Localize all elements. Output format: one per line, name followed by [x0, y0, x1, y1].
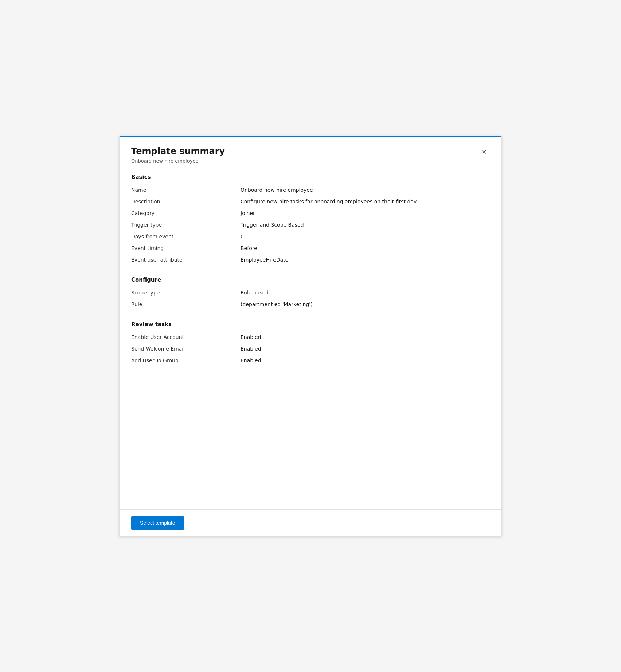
- field-row-rule: Rule (department eq 'Marketing'): [131, 299, 490, 311]
- field-row-event-user-attribute: Event user attribute EmployeeHireDate: [131, 255, 490, 266]
- field-value-event-user-attribute: EmployeeHireDate: [241, 257, 288, 263]
- basics-section-title: Basics: [131, 174, 490, 180]
- panel-subtitle: Onboard new hire employee: [131, 158, 225, 164]
- close-button[interactable]: ✕: [478, 146, 490, 158]
- field-value-add-user-to-group: Enabled: [241, 358, 261, 363]
- panel-header: Template summary Onboard new hire employ…: [120, 137, 501, 168]
- field-label-add-user-to-group: Add User To Group: [131, 358, 241, 363]
- field-label-send-welcome-email: Send Welcome Email: [131, 346, 241, 352]
- field-label-trigger-type: Trigger type: [131, 222, 241, 228]
- panel-footer: Select template: [120, 509, 501, 536]
- field-label-event-user-attribute: Event user attribute: [131, 257, 241, 263]
- select-template-button[interactable]: Select template: [131, 516, 184, 530]
- template-summary-panel: Template summary Onboard new hire employ…: [119, 136, 502, 536]
- field-row-add-user-to-group: Add User To Group Enabled: [131, 355, 490, 367]
- header-text-group: Template summary Onboard new hire employ…: [131, 146, 225, 164]
- field-row-event-timing: Event timing Before: [131, 243, 490, 255]
- field-value-send-welcome-email: Enabled: [241, 346, 261, 352]
- field-row-description: Description Configure new hire tasks for…: [131, 196, 490, 208]
- field-value-rule: (department eq 'Marketing'): [241, 301, 313, 307]
- configure-section: Configure Scope type Rule based Rule (de…: [131, 277, 490, 311]
- review-tasks-section: Review tasks Enable User Account Enabled…: [131, 321, 490, 367]
- field-label-scope-type: Scope type: [131, 290, 241, 296]
- field-label-category: Category: [131, 210, 241, 216]
- field-label-description: Description: [131, 199, 241, 204]
- field-row-trigger-type: Trigger type Trigger and Scope Based: [131, 220, 490, 231]
- field-value-category: Joiner: [241, 210, 255, 216]
- field-row-scope-type: Scope type Rule based: [131, 288, 490, 299]
- field-row-name: Name Onboard new hire employee: [131, 185, 490, 196]
- close-icon: ✕: [481, 148, 487, 156]
- panel-content: Basics Name Onboard new hire employee De…: [120, 168, 501, 509]
- field-label-name: Name: [131, 187, 241, 193]
- configure-section-title: Configure: [131, 277, 490, 283]
- field-row-days-from-event: Days from event 0: [131, 231, 490, 243]
- field-label-event-timing: Event timing: [131, 245, 241, 251]
- panel-title: Template summary: [131, 146, 225, 157]
- field-value-days-from-event: 0: [241, 234, 244, 239]
- field-value-trigger-type: Trigger and Scope Based: [241, 222, 304, 228]
- field-row-enable-user-account: Enable User Account Enabled: [131, 332, 490, 344]
- field-value-event-timing: Before: [241, 245, 257, 251]
- field-value-scope-type: Rule based: [241, 290, 269, 296]
- basics-section: Basics Name Onboard new hire employee De…: [131, 174, 490, 266]
- field-row-send-welcome-email: Send Welcome Email Enabled: [131, 344, 490, 355]
- field-label-days-from-event: Days from event: [131, 234, 241, 239]
- field-row-category: Category Joiner: [131, 208, 490, 220]
- field-label-enable-user-account: Enable User Account: [131, 334, 241, 340]
- field-value-enable-user-account: Enabled: [241, 334, 261, 340]
- field-label-rule: Rule: [131, 301, 241, 307]
- field-value-description: Configure new hire tasks for onboarding …: [241, 199, 417, 204]
- field-value-name: Onboard new hire employee: [241, 187, 313, 193]
- review-tasks-section-title: Review tasks: [131, 321, 490, 328]
